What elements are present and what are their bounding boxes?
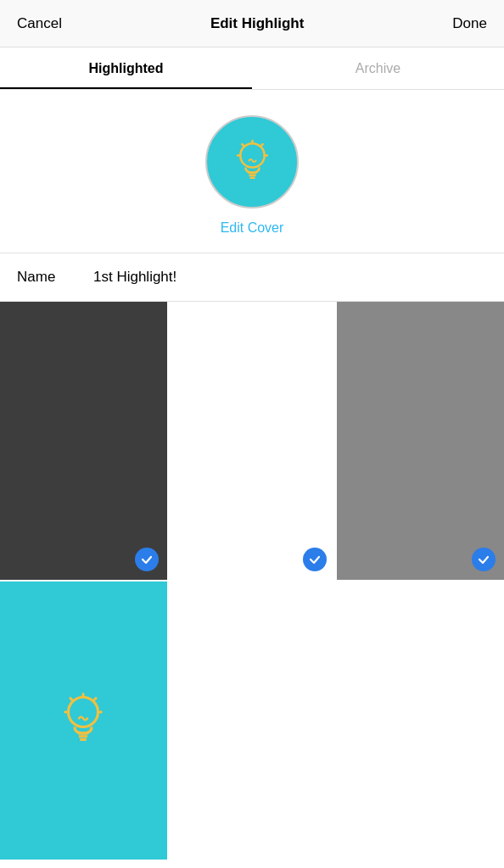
check-badge-3: [472, 548, 496, 571]
grid-item-1-bg: [0, 302, 167, 580]
name-row: Name 1st Highlight!: [0, 253, 504, 302]
edit-cover-label[interactable]: Edit Cover: [221, 220, 284, 236]
checkmark-icon-2: [308, 553, 322, 566]
grid-item-3-bg: [337, 302, 504, 580]
grid-item-3[interactable]: [337, 302, 504, 580]
svg-line-14: [70, 698, 73, 700]
lightbulb-icon: [225, 135, 280, 190]
svg-line-5: [242, 144, 244, 146]
grid-item-1[interactable]: [0, 302, 167, 580]
cover-circle[interactable]: [205, 115, 299, 209]
nav-bar: Cancel Edit Highlight Done: [0, 0, 504, 47]
grid-item-2[interactable]: [169, 302, 336, 580]
done-button[interactable]: Done: [452, 15, 487, 32]
tab-archive[interactable]: Archive: [252, 47, 504, 89]
tab-highlighted[interactable]: Highlighted: [0, 47, 252, 89]
tab-highlighted-label: Highlighted: [89, 61, 164, 76]
svg-line-6: [260, 144, 262, 146]
check-badge-2: [303, 548, 327, 571]
tab-archive-label: Archive: [356, 61, 400, 76]
name-field-label: Name: [17, 269, 68, 286]
check-badge-1: [135, 548, 159, 571]
tabs-bar: Highlighted Archive: [0, 47, 504, 90]
checkmark-icon-1: [140, 553, 154, 566]
checkmark-icon-3: [477, 553, 490, 566]
grid-item-2-bg: [169, 302, 336, 580]
cover-section: Edit Cover: [0, 90, 504, 253]
grid-item-4-bg: [0, 581, 167, 860]
grid-item-4[interactable]: [0, 581, 167, 860]
page-title: Edit Highlight: [210, 15, 304, 32]
cancel-button[interactable]: Cancel: [17, 15, 62, 32]
media-grid: [0, 302, 504, 860]
name-field-value[interactable]: 1st Highlight!: [93, 269, 176, 286]
svg-line-15: [94, 698, 97, 700]
lightbulb-icon-grid: [49, 687, 117, 754]
